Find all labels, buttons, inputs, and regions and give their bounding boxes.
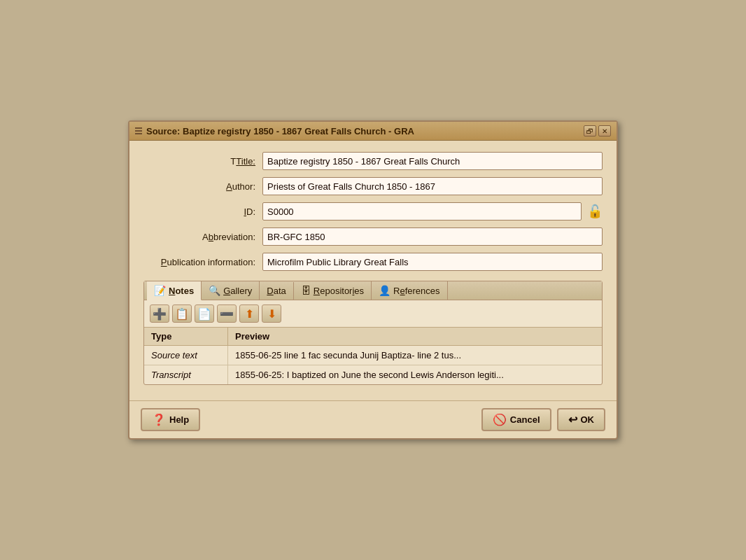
title-input[interactable] <box>262 152 603 170</box>
help-button[interactable]: ❓ Help <box>141 408 200 431</box>
add-button[interactable]: ➕ <box>150 304 169 323</box>
titlebar-left: Source: Baptize registry 1850 - 1867 Gre… <box>135 126 414 136</box>
row-2-type: Transcript <box>144 365 228 384</box>
remove-button[interactable]: ➖ <box>217 304 237 323</box>
main-window: Source: Baptize registry 1850 - 1867 Gre… <box>128 120 618 440</box>
footer: ❓ Help 🚫 Cancel ↩ OK <box>129 400 617 438</box>
ok-icon: ↩ <box>568 413 577 426</box>
repositories-tab-icon: 🗄 <box>301 285 311 296</box>
notes-toolbar: ➕ 📋 📄 ➖ ⬆ ⬇ <box>144 300 602 328</box>
title-row: TTitle: <box>143 152 603 170</box>
tab-references[interactable]: 👤 References <box>372 281 448 300</box>
table-row[interactable]: Transcript 1855-06-25: I baptized on Jun… <box>144 365 602 384</box>
author-input[interactable] <box>262 177 603 195</box>
notes-tab-icon: 📝 <box>154 285 166 296</box>
tab-notes[interactable]: 📝 Notes <box>147 281 202 300</box>
notes-table: Type Preview Source text 1855-06-25 line… <box>144 328 602 384</box>
titlebar-buttons: 🗗 ✕ <box>584 125 611 136</box>
close-button[interactable]: ✕ <box>598 125 611 136</box>
col-type-header: Type <box>144 328 228 345</box>
window-title: Source: Baptize registry 1850 - 1867 Gre… <box>146 126 414 136</box>
publication-row: Publication information: <box>143 253 603 271</box>
move-up-button[interactable]: ⬆ <box>239 304 259 323</box>
footer-right: 🚫 Cancel ↩ OK <box>481 408 605 431</box>
restore-button[interactable]: 🗗 <box>584 125 596 136</box>
gallery-tab-icon: 🔍 <box>209 285 220 296</box>
col-preview-header: Preview <box>228 328 602 345</box>
table-header: Type Preview <box>144 328 602 346</box>
row-2-preview: 1855-06-25: I baptized on June the secon… <box>228 365 602 384</box>
form-content: TTitle: Author: ID: 🔓 Abbreviation: <box>129 141 617 393</box>
move-down-button[interactable]: ⬇ <box>262 304 281 323</box>
title-label: TTitle: <box>143 156 262 167</box>
ok-label: OK <box>581 414 595 425</box>
copy-button[interactable]: 📋 <box>172 304 192 323</box>
help-icon: ❓ <box>152 413 166 426</box>
tab-gallery[interactable]: 🔍 Gallery <box>202 281 260 300</box>
abbreviation-row: Abbreviation: <box>143 227 603 246</box>
author-row: Author: <box>143 177 603 195</box>
lock-icon[interactable]: 🔓 <box>587 204 603 219</box>
abbreviation-input[interactable] <box>262 227 603 246</box>
table-row[interactable]: Source text 1855-06-25 line 1 fac secund… <box>144 346 602 365</box>
author-label: Author: <box>143 181 262 192</box>
row-1-preview: 1855-06-25 line 1 fac secunda Junij Bapt… <box>228 346 602 365</box>
titlebar: Source: Baptize registry 1850 - 1867 Gre… <box>129 122 617 141</box>
publication-input[interactable] <box>262 253 603 271</box>
edit-button[interactable]: 📄 <box>195 304 214 323</box>
ok-button[interactable]: ↩ OK <box>557 408 606 431</box>
cancel-button[interactable]: 🚫 Cancel <box>481 408 551 431</box>
tabs-header: 📝 Notes 🔍 Gallery Data 🗄 Repositories <box>144 281 602 300</box>
tab-data[interactable]: Data <box>260 282 293 300</box>
cancel-label: Cancel <box>510 414 540 425</box>
tabs-section: 📝 Notes 🔍 Gallery Data 🗄 Repositories <box>143 281 603 385</box>
id-input-group: 🔓 <box>262 202 603 220</box>
abbreviation-label: Abbreviation: <box>143 232 262 242</box>
id-input[interactable] <box>262 202 582 220</box>
row-1-type: Source text <box>144 346 228 365</box>
help-label: Help <box>169 414 189 425</box>
title-label-text: Title: <box>236 156 255 167</box>
references-tab-icon: 👤 <box>379 285 390 296</box>
id-row: ID: 🔓 <box>143 202 603 220</box>
id-label: ID: <box>143 206 262 217</box>
publication-label: Publication information: <box>143 257 262 267</box>
tab-repositories[interactable]: 🗄 Repositories <box>294 281 372 300</box>
cancel-icon: 🚫 <box>493 413 507 426</box>
titlebar-grip[interactable] <box>135 127 142 134</box>
